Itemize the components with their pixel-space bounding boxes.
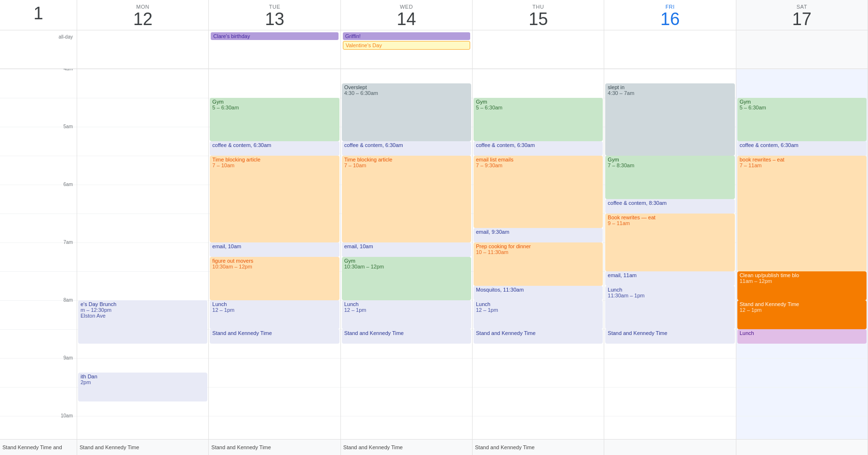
bottom-thu[interactable]: Stand and Kennedy Time [473,440,604,455]
book-rewrites-thu[interactable]: Book rewrites — eat 9 – 11am [605,214,734,271]
gym-wed[interactable]: Gym 5 – 6:30am [474,98,603,141]
all-day-sat [736,30,868,68]
lunch-wed[interactable]: Lunch 12 – 1pm [474,300,603,329]
day-col-wed: Gym 5 – 6:30am coffee & contem, 6:30am e… [473,69,604,439]
email-tue[interactable]: email, 10am [342,242,471,257]
header-row: 1 Mon 12 Tue 13 Wed 14 Thu 15 Fri 16 Sat… [0,0,868,30]
coffee-contem-tue[interactable]: coffee & contem, 6:30am [342,141,471,156]
coffee-contem-fri[interactable]: coffee & contem, 6:30am [737,141,867,156]
with-dan-sun[interactable]: ith Dan 2pm [78,373,207,401]
all-day-thu [473,30,604,68]
griffin-event[interactable]: Griffin! [343,32,470,40]
lunch-thu[interactable]: Lunch 11:30am – 1pm [605,286,734,329]
all-day-fri [604,30,736,68]
day-header-thu: Thu 15 [473,0,604,30]
email-9-wed[interactable]: email, 9:30am [474,228,603,242]
gym-fri[interactable]: Gym 5 – 6:30am [737,98,867,141]
email-thu[interactable]: email, 11am [605,271,734,286]
grid-body: 4am 5am 6am 7am 8am 9am 10am 11am 12pm 1… [0,69,868,439]
slept-in-thu[interactable]: slept in 4:30 – 7am [605,83,734,156]
bottom-fri [604,440,736,455]
day-col-thu: slept in 4:30 – 7am Gym 7 – 8:30am coffe… [604,69,736,439]
figure-out-movers-mon[interactable]: figure out movers 10:30am – 12pm [210,257,339,300]
lunch-mon[interactable]: Lunch 12 – 1pm [210,300,339,329]
mosquitos-wed[interactable]: Mosquitos, 11:30am [474,286,603,300]
day-header-wed: Wed 14 [341,0,473,30]
all-day-wed: Griffin! Valentine's Day [341,30,473,68]
bottom-sat [736,440,868,455]
time-blocking-tue[interactable]: Time blocking article 7 – 10am [342,156,471,242]
stand-kennedy-wed[interactable]: Stand and Kennedy Time [474,329,603,344]
book-rewrites-fri[interactable]: book rewrites – eat 7 – 11am [737,156,867,271]
day-header-sat: Sat 17 [736,0,868,30]
bottom-mon[interactable]: Stand and Kennedy Time [77,440,209,455]
bottom-wed[interactable]: Stand and Kennedy Time [341,440,473,455]
day-col-fri: Gym 5 – 6:30am coffee & contem, 6:30am b… [736,69,868,439]
gym-mon[interactable]: Gym 5 – 6:30am [210,98,339,141]
time-column: 4am 5am 6am 7am 8am 9am 10am 11am 12pm 1… [0,69,77,439]
gym-tue[interactable]: Gym 10:30am – 12pm [342,257,471,300]
overslept-tue[interactable]: Overslept 4:30 – 6:30am [342,83,471,141]
all-day-label-cell: all-day [0,30,77,68]
prep-cooking-wed[interactable]: Prep cooking for dinner 10 – 11:30am [474,242,603,286]
day-header-sun: 1 [0,0,77,30]
day-col-mon: Gym 5 – 6:30am coffee & contem, 6:30am T… [209,69,340,439]
day-col-sun: e's Day Brunch m – 12:30pm Elston Ave it… [77,69,209,439]
stand-kennedy-mon[interactable]: Stand and Kennedy Time [210,329,339,344]
coffee-contem-mon[interactable]: coffee & contem, 6:30am [210,141,339,156]
gym-thu[interactable]: Gym 7 – 8:30am [605,156,734,199]
cleanup-publish-fri[interactable]: Clean up/publish time blo 11am – 12pm [737,271,867,300]
lunch-tue[interactable]: Lunch 12 – 1pm [342,300,471,329]
day-col-tue: Overslept 4:30 – 6:30am coffee & contem,… [341,69,473,439]
bottom-strip: Stand Kennedy Time and Stand and Kennedy… [0,439,868,455]
valentines-brunch-sun[interactable]: e's Day Brunch m – 12:30pm Elston Ave [78,300,207,344]
day-header-tue: Tue 13 [209,0,340,30]
lunch-fri[interactable]: Lunch [737,329,867,344]
email-mon[interactable]: email, 10am [210,242,339,257]
stand-kennedy-thu[interactable]: Stand and Kennedy Time [605,329,734,344]
stand-kennedy-fri[interactable]: Stand and Kennedy Time 12 – 1pm [737,300,867,329]
day-header-mon: Mon 12 [77,0,209,30]
coffee-contem-thu[interactable]: coffee & contem, 8:30am [605,199,734,214]
bottom-sun: Stand Kennedy Time and [0,440,77,455]
valentines-day-event[interactable]: Valentine's Day [343,41,470,50]
stand-kennedy-tue[interactable]: Stand and Kennedy Time [342,329,471,344]
bottom-tue[interactable]: Stand and Kennedy Time [209,440,340,455]
all-day-mon [77,30,209,68]
all-day-tue: Clare's birthday [209,30,340,68]
clares-birthday-event[interactable]: Clare's birthday [211,32,338,40]
all-day-row: all-day Clare's birthday Griffin! Valent… [0,30,868,69]
email-list-wed[interactable]: email list emails 7 – 9:30am [474,156,603,228]
calendar-container: 1 Mon 12 Tue 13 Wed 14 Thu 15 Fri 16 Sat… [0,0,868,455]
day-header-fri: Fri 16 [604,0,736,30]
time-blocking-mon[interactable]: Time blocking article 7 – 10am [210,156,339,242]
coffee-contem-wed[interactable]: coffee & contem, 6:30am [474,141,603,156]
